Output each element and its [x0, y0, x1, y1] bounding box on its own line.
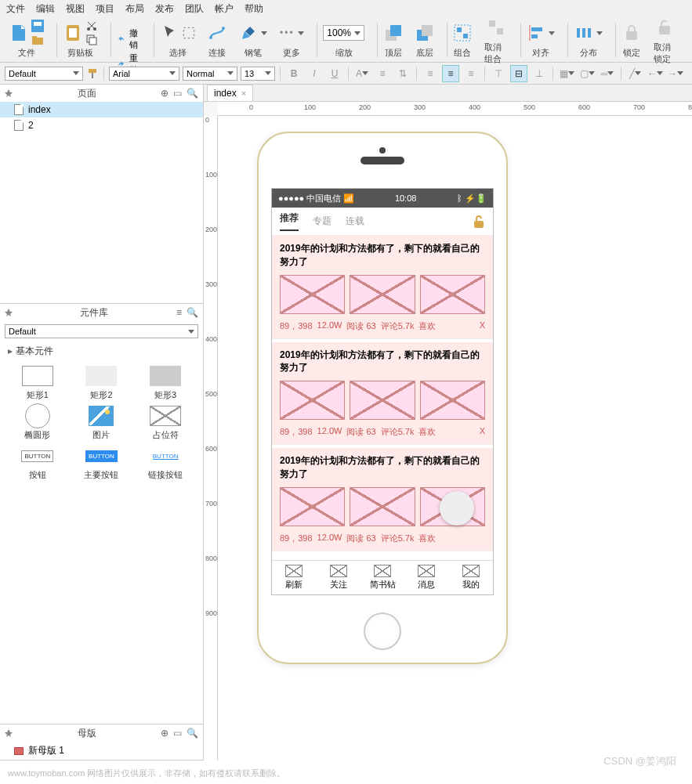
ruler-horizontal: 0 100 200 300 400 500 600 700 800	[218, 102, 692, 116]
undo-icon[interactable]	[117, 33, 125, 45]
style-combo[interactable]: Default	[5, 67, 83, 81]
tabbar-item[interactable]: 刷新	[272, 561, 316, 594]
distribute-dropdown-icon[interactable]	[596, 31, 603, 35]
search-page-icon[interactable]: 🔍	[187, 88, 198, 99]
align-left-button[interactable]: ≡	[422, 65, 439, 82]
canvas[interactable]: ●●●●● 中国电信 📶 10:08 ᛒ ⚡🔋 推荐 专题 连载 2019年的计…	[218, 116, 692, 761]
bullet-list-button[interactable]: ≡	[374, 65, 391, 82]
bold-button[interactable]: B	[285, 65, 303, 82]
size-combo[interactable]: 13	[241, 67, 275, 81]
library-search-icon[interactable]: 🔍	[187, 307, 198, 318]
group-icon[interactable]	[453, 23, 472, 42]
align-dropdown-icon[interactable]	[549, 31, 555, 35]
align-center-button[interactable]: ≡	[442, 65, 459, 82]
menu-view[interactable]: 视图	[66, 2, 85, 16]
arrow-end-button[interactable]: →	[667, 65, 684, 82]
add-master-folder-icon[interactable]: ▭	[173, 728, 182, 739]
connect-icon[interactable]	[208, 23, 226, 42]
format-painter-icon[interactable]	[86, 67, 99, 80]
home-button[interactable]	[364, 612, 401, 650]
bring-front-icon[interactable]	[384, 23, 403, 42]
widget-button[interactable]: BUTTON按钮	[8, 446, 67, 481]
valign-bottom-button[interactable]: ⊥	[531, 65, 548, 82]
tabbar-item[interactable]: 我的	[449, 561, 493, 594]
master-item[interactable]: 新母版 1	[0, 742, 203, 760]
pin-icon[interactable]	[5, 89, 13, 97]
copy-icon[interactable]	[85, 34, 98, 46]
tabbar-item[interactable]: 消息	[404, 561, 448, 594]
line-height-button[interactable]: ⇅	[394, 65, 411, 82]
menu-project[interactable]: 项目	[96, 2, 114, 16]
nav-tab-topic[interactable]: 专题	[313, 215, 332, 228]
weight-combo[interactable]: Normal	[183, 67, 237, 81]
pen-icon[interactable]	[239, 23, 258, 42]
add-page-icon[interactable]: ⊕	[161, 88, 168, 99]
paste-icon[interactable]	[63, 23, 82, 42]
unlock-icon[interactable]	[655, 18, 674, 37]
widget-image[interactable]: 图片	[72, 406, 132, 441]
underline-button[interactable]: U	[326, 65, 343, 82]
italic-button[interactable]: I	[306, 65, 323, 82]
library-menu-icon[interactable]: ≡	[176, 307, 182, 318]
select-dropdown-icon[interactable]	[183, 27, 195, 39]
menu-help[interactable]: 帮助	[245, 2, 263, 16]
page-item-index[interactable]: index	[0, 102, 203, 117]
nav-tab-serial[interactable]: 连载	[346, 215, 364, 228]
font-combo[interactable]: Arial	[109, 67, 179, 81]
save-icon[interactable]	[31, 20, 44, 32]
pin-icon[interactable]	[5, 309, 13, 316]
floating-action-button[interactable]	[440, 491, 474, 526]
ungroup-icon[interactable]	[487, 18, 505, 37]
widget-placeholder[interactable]: 占位符	[136, 406, 195, 441]
feed-post[interactable]: 2019年的计划和方法都有了，剩下的就看自己的努力了 89，39812.0W阅读…	[272, 342, 493, 446]
zoom-input[interactable]: 100%	[323, 25, 364, 41]
search-master-icon[interactable]: 🔍	[187, 728, 198, 739]
send-back-icon[interactable]	[415, 23, 434, 42]
menu-team[interactable]: 团队	[185, 2, 204, 16]
menu-publish[interactable]: 发布	[155, 2, 174, 16]
widget-ellipse[interactable]: 椭圆形	[8, 406, 67, 441]
pen-dropdown-icon[interactable]	[261, 31, 267, 35]
border-color-button[interactable]: ▢	[578, 65, 596, 82]
new-file-icon[interactable]	[9, 23, 28, 42]
phone-frame[interactable]: ●●●●● 中国电信 📶 10:08 ᛒ ⚡🔋 推荐 专题 连载 2019年的计…	[257, 132, 508, 664]
widget-primary-button[interactable]: BUTTON主要按钮	[72, 446, 132, 481]
open-icon[interactable]	[31, 34, 44, 46]
font-color-button[interactable]: A	[353, 65, 371, 82]
add-folder-icon[interactable]: ▭	[173, 88, 182, 99]
select-icon[interactable]	[161, 23, 179, 42]
valign-top-button[interactable]: ⊤	[490, 65, 507, 82]
fill-color-button[interactable]: ▦	[558, 65, 575, 82]
cut-icon[interactable]	[85, 20, 98, 32]
library-set-combo[interactable]: Default	[5, 324, 198, 338]
widget-rect2[interactable]: 矩形2	[72, 366, 132, 401]
menu-edit[interactable]: 编辑	[36, 2, 55, 16]
tab-index[interactable]: index ×	[207, 85, 253, 101]
close-tab-icon[interactable]: ×	[241, 89, 246, 98]
lock-icon[interactable]	[473, 215, 485, 229]
line-style-button[interactable]: ╱	[626, 65, 643, 82]
widget-link-button[interactable]: BUTTON链接按钮	[136, 446, 195, 481]
page-item-2[interactable]: 2	[0, 117, 203, 133]
add-master-icon[interactable]: ⊕	[161, 728, 168, 739]
align-right-button[interactable]: ≡	[462, 65, 480, 82]
feed-post[interactable]: 2019年的计划和方法都有了，剩下的就看自己的努力了 89，39812.0W阅读…	[272, 236, 493, 339]
lock-icon[interactable]	[622, 23, 641, 42]
pin-icon[interactable]	[5, 729, 13, 737]
menu-layout[interactable]: 布局	[125, 2, 144, 16]
widget-rect3[interactable]: 矩形3	[136, 366, 195, 401]
tabbar-item[interactable]: 简书钻	[360, 561, 404, 594]
widget-rect1[interactable]: 矩形1	[8, 366, 67, 401]
menu-file[interactable]: 文件	[6, 2, 25, 16]
library-group[interactable]: 基本元件	[0, 341, 203, 361]
valign-middle-button[interactable]: ⊟	[510, 65, 527, 82]
library-title: 元件库	[13, 306, 176, 320]
more-dropdown-icon[interactable]	[298, 31, 304, 35]
arrow-start-button[interactable]: ←	[647, 65, 664, 82]
distribute-icon[interactable]	[574, 23, 593, 42]
menu-account[interactable]: 帐户	[215, 2, 234, 16]
tabbar-item[interactable]: 关注	[316, 561, 360, 594]
align-icon[interactable]	[527, 23, 545, 42]
nav-tab-recommend[interactable]: 推荐	[280, 211, 299, 231]
border-width-button[interactable]: ═	[599, 65, 616, 82]
